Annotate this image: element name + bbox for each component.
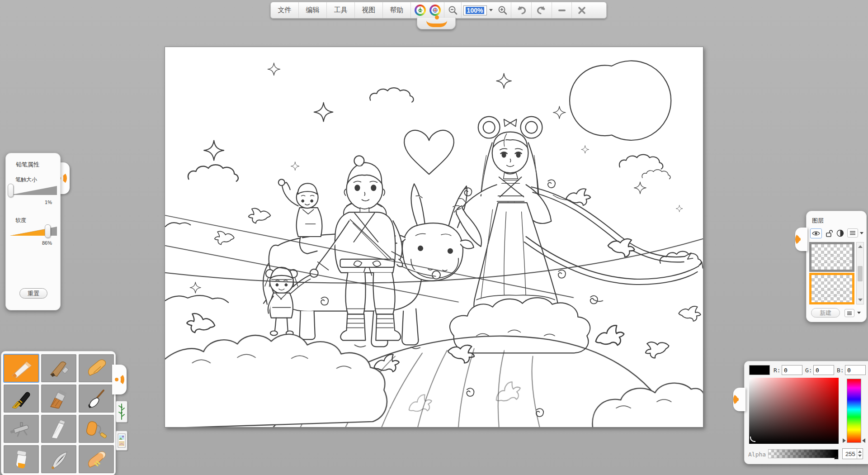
handle-dot-icon: [57, 176, 61, 180]
layer-menu-icon[interactable]: [847, 228, 858, 238]
bottom-clouds: [165, 334, 703, 427]
weaver-girl: [453, 117, 558, 322]
layers-panel-title: 图层: [812, 217, 824, 225]
brush-size-slider-handle[interactable]: [8, 184, 14, 197]
pencil-panel-title: 铅笔属性: [16, 161, 39, 169]
paint-roller-tool[interactable]: [79, 415, 114, 443]
hue-marker-right-icon[interactable]: [862, 438, 865, 443]
heart: [404, 130, 454, 174]
redo-button[interactable]: [532, 2, 552, 18]
scroll-down-icon[interactable]: [858, 299, 863, 301]
handle-crescent-icon: [116, 374, 124, 385]
red-label: R:: [774, 367, 781, 374]
faint-magpies: [406, 379, 524, 418]
spin-down-icon[interactable]: [858, 455, 862, 457]
color-picker-handle[interactable]: [733, 388, 745, 411]
chalk-tool[interactable]: [41, 415, 76, 443]
chevron-down-icon: [857, 312, 861, 314]
toolbar-clown-handle[interactable]: [417, 18, 456, 29]
menu-file[interactable]: 文件: [271, 2, 299, 18]
hue-marker-left-icon[interactable]: [843, 438, 846, 443]
current-color-swatch: [749, 365, 770, 375]
brush-size-slider[interactable]: [10, 186, 57, 195]
zoom-value: 100%: [466, 7, 485, 14]
minimize-icon: [558, 10, 566, 11]
picture-stamp-button[interactable]: [116, 431, 127, 451]
softness-value: 86%: [42, 240, 52, 246]
zoom-level-select[interactable]: 100%: [462, 2, 494, 18]
cowherd-weaver-line-art: [165, 47, 703, 427]
carving-knife-tool[interactable]: [41, 445, 76, 473]
new-layer-button[interactable]: 新建: [811, 308, 840, 318]
softness-label: 软度: [15, 217, 26, 224]
clown-smile-icon: [426, 20, 447, 27]
bamboo-stamp-button[interactable]: [116, 401, 127, 423]
crayon-tool[interactable]: [79, 354, 114, 382]
tool-palette: [1, 351, 116, 475]
unlock-icon[interactable]: [826, 229, 833, 239]
layers-panel-handle[interactable]: [795, 228, 807, 251]
handle-crescent-icon: [795, 233, 803, 245]
menu-edit[interactable]: 编辑: [299, 2, 327, 18]
alpha-value: 255: [845, 451, 855, 457]
tool-palette-side: [115, 351, 131, 475]
chevron-down-icon: [860, 232, 863, 234]
close-button[interactable]: [572, 2, 592, 18]
color-picker-panel: R: G: B: Alpha 255: [744, 361, 868, 464]
drawing-canvas[interactable]: [165, 47, 703, 428]
app-logo: [411, 2, 444, 18]
wood-pencil-tool[interactable]: [41, 354, 76, 382]
bamboo-icon: [118, 403, 125, 420]
undo-button[interactable]: [511, 2, 532, 18]
rainbow-tree-eye-icon: [415, 5, 426, 16]
layers-scrollbar[interactable]: [856, 242, 864, 304]
oil-pastel-tool[interactable]: [79, 445, 114, 473]
brush-size-value: 1%: [45, 200, 52, 205]
ink-brush-tool[interactable]: [79, 385, 114, 413]
menu-view[interactable]: 视图: [355, 2, 383, 18]
green-input[interactable]: [813, 365, 834, 375]
blue-input[interactable]: [845, 365, 866, 375]
zoom-in-button[interactable]: [494, 2, 511, 18]
green-label: G:: [805, 367, 812, 374]
layer-list-menu-icon[interactable]: [844, 309, 854, 317]
handle-crescent-icon: [59, 172, 67, 184]
alpha-label: Alpha: [748, 451, 766, 458]
scroll-up-icon[interactable]: [858, 245, 863, 248]
pencil-properties-panel: 铅笔属性 笔触大小 1% 软度 86% 重置: [5, 153, 61, 310]
contrast-icon[interactable]: [836, 229, 844, 239]
rainbow-globe-eye-icon: [429, 5, 441, 16]
alpha-slider[interactable]: [768, 449, 839, 458]
spin-up-icon[interactable]: [858, 451, 862, 453]
reset-button[interactable]: 重置: [19, 288, 47, 299]
close-icon: [578, 6, 586, 14]
picture-icon: [118, 433, 126, 448]
handle-crescent-icon: [733, 394, 741, 405]
menu-tools[interactable]: 工具: [327, 2, 355, 18]
layer-top-thumbnail[interactable]: [809, 242, 854, 272]
red-input[interactable]: [782, 365, 802, 375]
hue-slider[interactable]: [847, 379, 861, 443]
zoom-out-button[interactable]: [444, 2, 462, 18]
visibility-eye-icon[interactable]: [810, 228, 822, 238]
paint-jar-tool[interactable]: [4, 445, 39, 473]
blue-label: B:: [837, 367, 844, 374]
alpha-marker-icon[interactable]: [834, 456, 839, 459]
flat-brush-tool[interactable]: [41, 385, 76, 413]
chevron-down-icon: [489, 9, 493, 11]
menu-help[interactable]: 帮助: [383, 2, 411, 18]
weaver-cloud: [450, 298, 590, 353]
minimize-button[interactable]: [552, 2, 572, 18]
layer-bottom-thumbnail[interactable]: [809, 273, 854, 304]
fountain-pen-tool[interactable]: [4, 385, 39, 413]
tool-palette-handle[interactable]: [112, 365, 127, 394]
saturation-value-field[interactable]: [749, 378, 839, 444]
clown-nose-icon: [435, 15, 439, 19]
alpha-spinner[interactable]: [857, 449, 863, 459]
layers-scrollbar-thumb[interactable]: [858, 266, 863, 281]
airbrush-tool[interactable]: [4, 415, 39, 443]
sv-selection-marker: [750, 437, 755, 442]
pencil-tip-tool[interactable]: [4, 354, 39, 382]
brush-size-label: 笔触大小: [15, 176, 37, 184]
softness-slider-handle[interactable]: [45, 224, 51, 238]
